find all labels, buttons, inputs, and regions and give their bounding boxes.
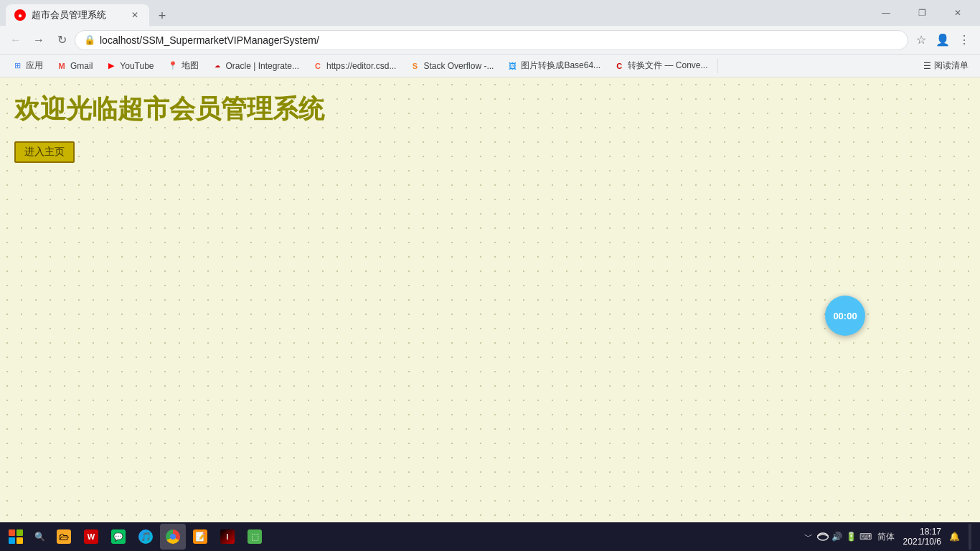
- browser-window: ● 超市会员管理系统 ✕ + — ❐ ✕ ← → ↻ 🔒 localhost/S…: [0, 0, 980, 551]
- stackoverflow-icon: S: [409, 60, 420, 72]
- intellij-icon: I: [220, 529, 235, 544]
- taskbar-search[interactable]: 🔍: [29, 524, 51, 550]
- search-icon: 🔍: [34, 532, 45, 542]
- tab-bar: ● 超市会员管理系统 ✕ +: [6, 0, 870, 26]
- bookmark-oracle[interactable]: ☁ Oracle | Integrate...: [206, 57, 306, 75]
- youtube-icon: ▶: [105, 60, 117, 72]
- bookmark-convert-label: 转换文件 — Conve...: [628, 60, 707, 72]
- convert-icon: C: [613, 60, 625, 72]
- notification-button[interactable]: 🔔: [944, 524, 964, 550]
- clock-date: 2021/10/6: [903, 537, 941, 547]
- system-tray: ﹀ 🔊 🔋 ⌨ 简体 18:17 2021/10/6 🔔: [797, 524, 977, 550]
- bookmark-imgbase64[interactable]: 🖼 图片转换成Base64...: [501, 57, 606, 75]
- address-text: localhost/SSM_SupermarketVIPManagerSyste…: [100, 34, 899, 46]
- bookmark-gmail[interactable]: M Gmail: [50, 57, 98, 75]
- refresh-button[interactable]: ↻: [52, 30, 72, 50]
- tray-expand-icon[interactable]: ﹀: [803, 531, 814, 542]
- taskbar-item-app[interactable]: ⬚: [242, 524, 268, 550]
- page-heading: 欢迎光临超市会员管理系统: [14, 92, 966, 127]
- bookmark-youtube-label: YouTube: [120, 61, 154, 71]
- taskbar-item-intellij[interactable]: I: [215, 524, 240, 550]
- csdn-icon: C: [312, 60, 324, 72]
- page-content: 欢迎光临超市会员管理系统 进入主页 00:00: [0, 77, 980, 522]
- window-controls: — ❐ ✕: [870, 1, 974, 24]
- show-desktop-button[interactable]: [969, 524, 971, 550]
- forward-button[interactable]: →: [29, 30, 49, 50]
- security-icon: 🔒: [84, 34, 95, 45]
- bookmarks-bar: ⊞ 应用 M Gmail ▶ YouTube 📍 地图 ☁ Oracle | I…: [0, 55, 980, 77]
- chrome-icon: [166, 529, 180, 544]
- wps-icon: W: [84, 529, 98, 544]
- notepad-icon: 📝: [193, 529, 207, 544]
- minimize-button[interactable]: —: [870, 1, 903, 24]
- taskbar-item-file-explorer[interactable]: 🗁: [51, 524, 77, 550]
- back-button[interactable]: ←: [6, 30, 26, 50]
- timer-display: 00:00: [833, 311, 857, 321]
- close-button[interactable]: ✕: [941, 1, 974, 24]
- gmail-icon: M: [56, 60, 67, 72]
- reading-list-icon: ☰: [923, 61, 931, 71]
- bookmark-star-button[interactable]: ☆: [911, 30, 931, 50]
- browser-toolbar: ← → ↻ 🔒 localhost/SSM_SupermarketVIPMana…: [0, 26, 980, 55]
- taskbar: 🔍 🗁 W 💬 🎵 📝: [0, 522, 980, 551]
- volume-icon[interactable]: 🔊: [831, 531, 843, 542]
- bookmark-maps[interactable]: 📍 地图: [161, 57, 204, 75]
- taskbar-item-media[interactable]: 🎵: [133, 524, 159, 550]
- windows-media-icon: 🎵: [138, 529, 153, 544]
- taskbar-items: 🗁 W 💬 🎵 📝 I ⬚: [51, 524, 797, 550]
- bookmark-csdn-label: https://editor.csd...: [326, 61, 396, 71]
- battery-icon[interactable]: 🔋: [846, 531, 857, 542]
- bookmark-gmail-label: Gmail: [70, 61, 93, 71]
- bookmark-apps[interactable]: ⊞ 应用: [6, 57, 49, 75]
- address-bar[interactable]: 🔒 localhost/SSM_SupermarketVIPManagerSys…: [75, 30, 908, 50]
- bookmark-csdn[interactable]: C https://editor.csd...: [306, 57, 402, 75]
- timer-widget[interactable]: 00:00: [825, 296, 865, 336]
- new-tab-button[interactable]: +: [152, 6, 172, 26]
- apps-icon: ⊞: [11, 60, 23, 72]
- start-button[interactable]: [3, 524, 29, 550]
- clock-time: 18:17: [920, 527, 941, 537]
- system-clock[interactable]: 18:17 2021/10/6: [903, 527, 941, 547]
- bookmark-oracle-label: Oracle | Integrate...: [226, 61, 300, 71]
- maps-icon: 📍: [167, 60, 179, 72]
- profile-button[interactable]: 👤: [933, 30, 953, 50]
- menu-button[interactable]: ⋮: [954, 30, 974, 50]
- windows-logo-icon: [9, 529, 23, 544]
- bookmark-apps-label: 应用: [26, 60, 43, 72]
- wechat-icon: 💬: [111, 529, 126, 544]
- toolbar-actions: ☆ 👤 ⋮: [911, 30, 974, 50]
- bookmark-maps-label: 地图: [182, 60, 199, 72]
- bookmark-imgbase64-label: 图片转换成Base64...: [521, 60, 600, 72]
- oracle-icon: ☁: [212, 60, 223, 72]
- taskbar-item-chrome[interactable]: [160, 524, 186, 550]
- taskbar-item-notepad[interactable]: 📝: [187, 524, 213, 550]
- active-tab[interactable]: ● 超市会员管理系统 ✕: [6, 4, 149, 26]
- imgbase64-icon: 🖼: [507, 60, 518, 72]
- bookmark-youtube[interactable]: ▶ YouTube: [100, 57, 159, 75]
- bookmark-convert[interactable]: C 转换文件 — Conve...: [608, 57, 713, 75]
- network-icon[interactable]: [817, 531, 829, 542]
- bookmark-separator: [717, 59, 718, 73]
- bookmark-stackoverflow[interactable]: S Stack Overflow -...: [403, 57, 499, 75]
- keyboard-icon[interactable]: ⌨: [860, 531, 872, 542]
- title-bar: ● 超市会员管理系统 ✕ + — ❐ ✕: [0, 0, 980, 26]
- maximize-button[interactable]: ❐: [905, 1, 938, 24]
- reading-list-button[interactable]: ☰ 阅读清单: [918, 58, 974, 73]
- language-button[interactable]: 简体: [875, 531, 897, 543]
- file-explorer-icon: 🗁: [57, 529, 71, 544]
- tab-close-button[interactable]: ✕: [129, 9, 141, 21]
- taskbar-item-wechat[interactable]: 💬: [105, 524, 131, 550]
- tab-title: 超市会员管理系统: [32, 9, 126, 22]
- reading-list-label: 阅读清单: [934, 60, 969, 72]
- taskbar-item-wps[interactable]: W: [78, 524, 104, 550]
- bookmark-stackoverflow-label: Stack Overflow -...: [423, 61, 494, 71]
- enter-main-button[interactable]: 进入主页: [14, 141, 75, 163]
- tab-favicon: ●: [14, 9, 26, 21]
- app-icon: ⬚: [248, 529, 262, 544]
